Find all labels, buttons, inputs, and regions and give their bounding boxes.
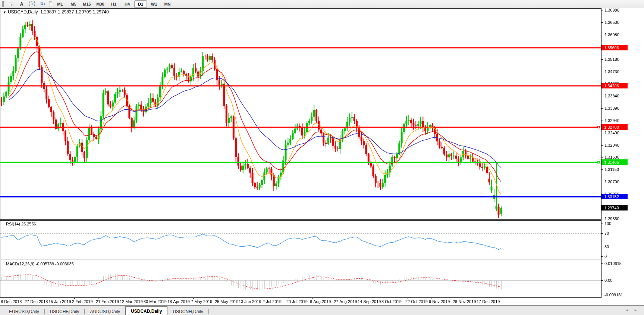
- timeframe-m30-button[interactable]: M30: [94, 0, 107, 8]
- text-annotation-icon[interactable]: A: [17, 0, 26, 8]
- timeframe-mn-button[interactable]: MN: [161, 0, 174, 8]
- toolbar-grip-2[interactable]: [49, 1, 52, 7]
- objects-arrows-icon[interactable]: ⇅ ▾: [38, 0, 47, 8]
- tab-usdchf-daily[interactable]: USDCHF,Daily: [45, 308, 85, 315]
- chart-ohlc-readout: 1.29837 1.29837 1.29709 1.29740: [40, 9, 109, 15]
- chart-title[interactable]: ▼USDCAD,Daily 1.29837 1.29837 1.29709 1.…: [3, 9, 109, 15]
- tab-audusd-daily[interactable]: AUDUSD,Daily: [85, 308, 125, 315]
- collapse-caret-icon[interactable]: ▼: [3, 10, 6, 14]
- timeframe-d1-button[interactable]: D1: [134, 0, 147, 8]
- dropdown-caret-icon: ▾: [44, 3, 45, 6]
- tab-eurusd-daily[interactable]: EURUSD,Daily: [4, 308, 44, 315]
- timeframe-m5-button[interactable]: M5: [67, 0, 80, 8]
- chart-canvas[interactable]: [0, 8, 644, 305]
- top-toolbar: ┄┄┄┄┄F A T ⇅ ▾ M1 M5 M15 M30 H1 H4 D1 W1…: [0, 0, 644, 8]
- tab-usdcnh-daily[interactable]: USDCNH,Daily: [167, 308, 208, 315]
- text-label-icon[interactable]: T: [27, 0, 37, 8]
- toolbar-grip[interactable]: [2, 1, 4, 7]
- tab-usdcad-daily[interactable]: USDCAD,Daily: [125, 306, 167, 315]
- timeframe-h1-button[interactable]: H1: [107, 0, 120, 8]
- grid-f-icon[interactable]: ┄┄┄┄┄F: [6, 0, 16, 8]
- tab-scroll-left-icon[interactable]: ◄: [625, 308, 629, 312]
- macd-indicator-label: MACD(12,26,9) -0.005789 -0.003635: [6, 262, 74, 266]
- chart-symbol-label: USDCAD,Daily: [8, 9, 38, 15]
- timeframe-h4-button[interactable]: H4: [121, 0, 133, 8]
- timeframe-w1-button[interactable]: W1: [148, 0, 160, 8]
- tab-scroll-right-icon[interactable]: ►: [634, 308, 637, 312]
- timeframe-m1-button[interactable]: M1: [54, 0, 66, 8]
- rsi-indicator-label: RSI(14) 25.2556: [6, 222, 36, 226]
- timeframe-m15-button[interactable]: M15: [81, 0, 93, 8]
- chart-area: ▼USDCAD,Daily 1.29837 1.29837 1.29709 1.…: [0, 8, 644, 305]
- chart-tab-bar: EURUSD,Daily USDCHF,Daily AUDUSD,Daily U…: [0, 305, 644, 315]
